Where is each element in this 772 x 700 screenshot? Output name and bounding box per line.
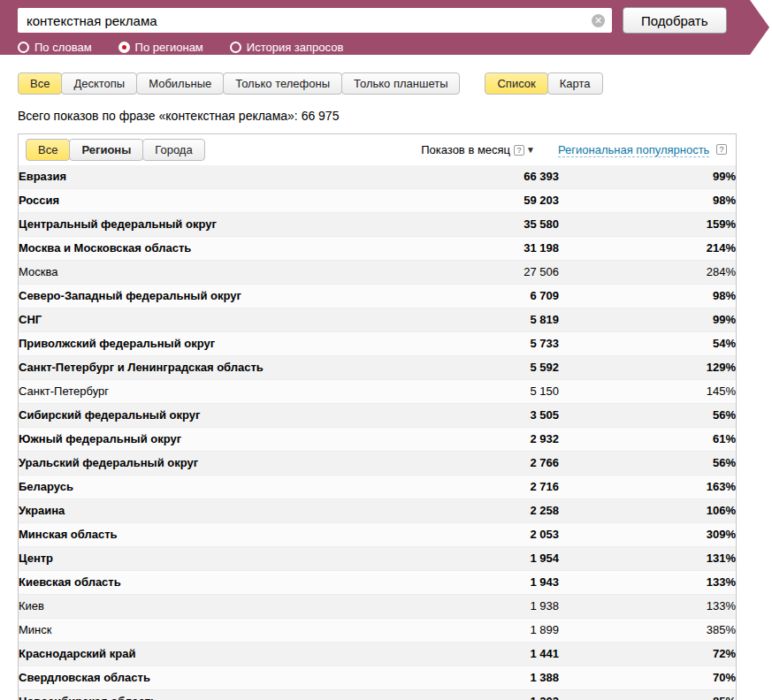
table-row: Минская область2 053309%: [19, 523, 736, 547]
impressions-value: 27 506: [453, 261, 559, 285]
impressions-value: 1 388: [453, 666, 559, 690]
search-mode-label: По словам: [34, 41, 92, 54]
impressions-value: 5 733: [453, 332, 559, 356]
view-tab-0[interactable]: Список: [485, 72, 547, 95]
table-row: Санкт-Петербург5 150145%: [19, 380, 736, 404]
impressions-value: 59 203: [453, 189, 559, 213]
table-row: Северо-Западный федеральный округ6 70998…: [19, 285, 736, 308]
popularity-value: 133%: [559, 595, 736, 619]
popularity-value: 284%: [559, 261, 736, 285]
popularity-value: 56%: [559, 452, 736, 476]
popularity-value: 106%: [559, 499, 736, 523]
popularity-value: 85%: [559, 690, 736, 700]
search-mode-label: История запросов: [247, 41, 344, 54]
table-row: Новосибирская область1 20385%: [19, 690, 736, 700]
table-row: Уральский федеральный округ2 76656%: [19, 452, 736, 476]
impressions-value: 5 592: [453, 356, 559, 380]
scope-tab-2[interactable]: Города: [142, 139, 204, 161]
device-tab-1[interactable]: Десктопы: [61, 72, 137, 95]
column-popularity-link[interactable]: Региональная популярность: [558, 143, 709, 157]
region-name: Санкт-Петербург и Ленинградская область: [19, 356, 453, 380]
impressions-value: 1 938: [453, 595, 559, 619]
table-row: Сибирский федеральный округ3 50556%: [19, 404, 736, 428]
impressions-value: 3 505: [453, 404, 559, 428]
view-tab-1[interactable]: Карта: [547, 72, 603, 95]
region-name: СНГ: [19, 308, 453, 332]
scope-tab-0[interactable]: Все: [26, 139, 70, 161]
impressions-value: 5 819: [453, 308, 559, 332]
device-tab-3[interactable]: Только телефоны: [223, 72, 342, 95]
search-mode-group: По словамПо регионамИстория запросов: [18, 41, 750, 54]
table-row: Украина2 258106%: [19, 499, 736, 523]
popularity-value: 98%: [559, 189, 736, 213]
region-name: Евразия: [19, 165, 453, 189]
region-name: Москва: [19, 261, 453, 285]
popularity-value: 133%: [559, 571, 736, 595]
region-name: Южный федеральный округ: [19, 428, 453, 452]
popularity-value: 56%: [559, 404, 736, 428]
search-mode-1[interactable]: По регионам: [118, 41, 203, 54]
impressions-value: 31 198: [453, 237, 559, 261]
search-mode-0[interactable]: По словам: [18, 41, 92, 54]
summary-text: Всего показов по фразе «контекстная рекл…: [18, 109, 772, 123]
impressions-value: 1 954: [453, 547, 559, 571]
device-tab-2[interactable]: Мобильные: [136, 72, 224, 95]
popularity-value: 98%: [559, 285, 736, 308]
clear-search-icon[interactable]: ✕: [592, 14, 605, 27]
region-name: Свердловская область: [19, 666, 453, 690]
table-row: СНГ5 81999%: [19, 308, 736, 332]
device-view-tabs-row: ВсеДесктопыМобильныеТолько телефоныТольк…: [18, 72, 772, 95]
region-name: Москва и Московская область: [19, 237, 453, 261]
region-name: Санкт-Петербург: [19, 380, 453, 404]
table-row: Приволжский федеральный округ5 73354%: [19, 332, 736, 356]
table-row: Свердловская область1 38870%: [19, 666, 736, 690]
impressions-value: 2 932: [453, 428, 559, 452]
table-row: Москва и Московская область31 198214%: [19, 237, 736, 261]
column-headers: Показов в месяц ? ▼ Региональная популяр…: [421, 143, 727, 156]
radio-icon[interactable]: [18, 42, 29, 53]
table-row: Минск1 899385%: [19, 619, 736, 643]
impressions-value: 1 899: [453, 619, 559, 643]
column-impressions-label: Показов в месяц: [421, 143, 510, 156]
search-input[interactable]: [27, 13, 592, 28]
popularity-value: 54%: [559, 332, 736, 356]
region-name: Россия: [19, 189, 453, 213]
impressions-value: 1 203: [453, 690, 559, 700]
radio-icon[interactable]: [230, 42, 241, 53]
table-row: Центр1 954131%: [19, 547, 736, 571]
table-row: Москва27 506284%: [19, 261, 736, 285]
table-row: Киевская область1 943133%: [19, 571, 736, 595]
radio-selected-icon[interactable]: [118, 42, 130, 53]
popularity-value: 214%: [559, 237, 736, 261]
device-tab-0[interactable]: Все: [18, 72, 62, 95]
column-impressions[interactable]: Показов в месяц ? ▼: [421, 143, 535, 156]
popularity-value: 309%: [559, 523, 736, 547]
table-row: Россия59 20398%: [19, 189, 736, 213]
scope-tab-1[interactable]: Регионы: [69, 139, 143, 161]
popularity-value: 385%: [559, 619, 736, 643]
help-icon[interactable]: ?: [514, 145, 524, 156]
header-arrow-decoration: [750, 0, 769, 55]
view-tabs: СписокКарта: [485, 72, 602, 95]
impressions-value: 2 053: [453, 523, 559, 547]
region-name: Минск: [19, 619, 453, 643]
region-name: Уральский федеральный округ: [19, 452, 453, 476]
table-row: Беларусь2 716163%: [19, 476, 736, 499]
search-row: ✕ Подобрать: [18, 7, 750, 34]
impressions-value: 66 393: [453, 165, 559, 189]
search-mode-2[interactable]: История запросов: [230, 41, 344, 54]
search-header: ✕ Подобрать По словамПо регионамИстория …: [0, 0, 750, 55]
table-row: Южный федеральный округ2 93261%: [19, 428, 736, 452]
submit-button[interactable]: Подобрать: [623, 7, 727, 34]
region-name: Центральный федеральный округ: [19, 213, 453, 237]
region-name: Центр: [19, 547, 453, 571]
impressions-value: 2 766: [453, 452, 559, 476]
region-name: Киев: [19, 595, 453, 619]
help-icon[interactable]: ?: [716, 144, 727, 155]
popularity-value: 129%: [559, 356, 736, 380]
table-row: Краснодарский край1 44172%: [19, 643, 736, 666]
results-panel: ВсеРегионыГорода Показов в месяц ? ▼ Рег…: [18, 133, 737, 700]
device-tab-4[interactable]: Только планшеты: [341, 72, 460, 95]
column-popularity: Региональная популярность ?: [558, 143, 727, 156]
popularity-value: 72%: [559, 643, 736, 666]
